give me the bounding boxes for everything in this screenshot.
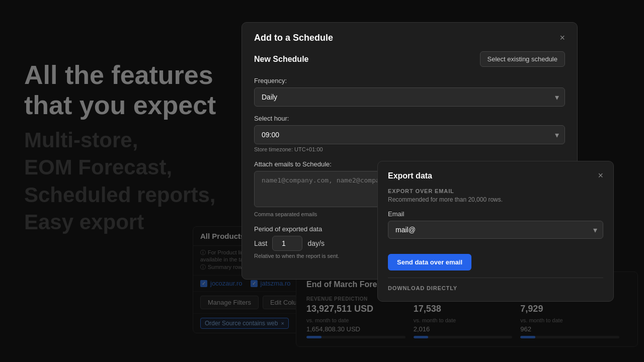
schedule-modal-title: Add to a Schedule [254,33,333,43]
export-over-email-desc: Recommended for more than 20,000 rows. [388,196,603,203]
frequency-select[interactable]: Daily Weekly Monthly [254,87,565,107]
export-modal-close-button[interactable]: × [598,170,603,181]
hour-label: Select hour: [254,115,565,122]
period-unit: day/s [307,239,324,247]
download-directly-label: DOWNLOAD DIRECTLY [388,285,603,291]
schedule-modal-close-button[interactable]: × [559,33,565,43]
send-data-over-email-button[interactable]: Send data over email [388,254,471,270]
export-modal-header: Export data × [388,170,603,181]
timezone-hint: Store timezone: UTC+01:00 [254,146,565,152]
email-field-label: Email [388,210,603,218]
frequency-label: Frequency: [254,77,565,84]
schedule-modal-header: Add to a Schedule × [254,33,565,43]
email-input-wrapper: mail@ [388,221,603,239]
period-prefix: Last [254,239,267,247]
export-over-email-label: EXPORT OVER EMAIL [388,188,603,194]
frequency-group: Frequency: Daily Weekly Monthly [254,77,565,107]
select-existing-button[interactable]: Select existing schedule [480,51,565,67]
period-number-input[interactable] [272,236,302,251]
hour-select-wrapper: 09:00 10:00 11:00 [254,125,565,144]
export-modal: Export data × EXPORT OVER EMAIL Recommen… [377,161,614,302]
new-schedule-label: New Schedule [254,55,308,64]
schedule-modal-subheader: New Schedule Select existing schedule [254,51,565,67]
hour-select[interactable]: 09:00 10:00 11:00 [254,125,565,144]
hour-group: Select hour: 09:00 10:00 11:00 Store tim… [254,115,565,152]
export-modal-title: Export data [388,171,432,180]
frequency-select-wrapper: Daily Weekly Monthly [254,87,565,107]
email-select[interactable]: mail@ [388,221,603,239]
export-divider [388,278,603,278]
